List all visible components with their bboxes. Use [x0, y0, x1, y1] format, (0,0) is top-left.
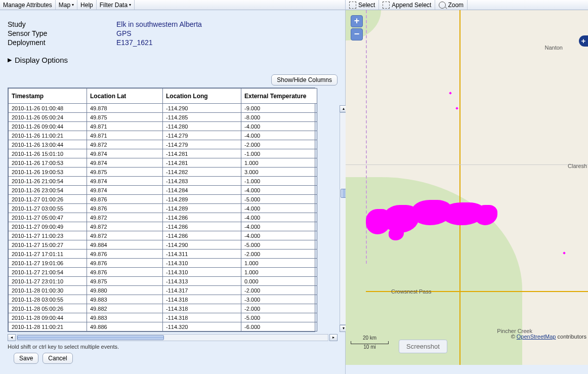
cell-ts: 2010-11-26 21:00:54 [9, 177, 87, 186]
table-row[interactable]: 2010-11-26 19:00:5349.875-114.2823.000 [9, 168, 317, 177]
cell-lat: 49.880 [87, 286, 163, 295]
data-point-cluster[interactable] [366, 200, 497, 240]
display-options-toggle[interactable]: ▶Display Options [8, 56, 338, 64]
table-row[interactable]: 2010-11-28 11:00:2149.886-114.320-6.000 [9, 322, 317, 331]
tool-select[interactable]: Select [346, 0, 379, 10]
table-row[interactable]: 2010-11-27 19:01:0649.876-114.3101.000 [9, 259, 317, 268]
sensor-value[interactable]: GPS [116, 29, 132, 37]
cell-ts: 2010-11-26 19:00:53 [9, 168, 87, 177]
table-row[interactable]: 2010-11-27 05:00:4749.872-114.286-4.000 [9, 213, 317, 222]
cell-lon: -114.310 [163, 268, 241, 277]
table-row[interactable]: 2010-11-26 11:00:2149.871-114.279-4.000 [9, 131, 317, 140]
table-row[interactable]: 2010-11-27 09:00:4949.872-114.286-4.000 [9, 222, 317, 231]
table-row[interactable]: 2010-11-26 17:00:5349.874-114.2811.000 [9, 158, 317, 168]
zoom-out-button[interactable]: − [351, 28, 363, 40]
map-label-nanton: Nanton [545, 45, 563, 51]
menu-filter-data[interactable]: Filter Data▾ [97, 0, 135, 10]
cell-lon: -114.280 [163, 122, 241, 131]
zoom-icon [439, 2, 446, 9]
tool-append-select[interactable]: Append Select [379, 0, 435, 10]
cell-ts: 2010-11-27 17:01:11 [9, 250, 87, 259]
table-row[interactable]: 2010-11-27 11:00:2349.872-114.286-4.000 [9, 231, 317, 240]
cell-lon: -114.290 [163, 104, 241, 113]
cell-temp: -5.000 [241, 195, 317, 204]
data-table: Timestamp Location Lat Location Long Ext… [8, 88, 317, 331]
cell-temp: 0.000 [241, 277, 317, 286]
cell-temp: -4.000 [241, 231, 317, 240]
deployment-value[interactable]: E137_1621 [116, 38, 153, 47]
cell-ts: 2010-11-27 03:00:55 [9, 204, 87, 213]
show-hide-columns-button[interactable]: Show/Hide Columns [271, 74, 338, 86]
cancel-button[interactable]: Cancel [43, 353, 72, 364]
cell-lon: -114.279 [163, 140, 241, 149]
table-row[interactable]: 2010-11-26 01:00:4849.878-114.290-9.000 [9, 104, 317, 113]
zoom-in-button[interactable]: + [351, 15, 363, 27]
tool-zoom[interactable]: Zoom [435, 0, 468, 10]
sensor-label: Sensor Type [8, 29, 116, 37]
cell-lat: 49.874 [87, 186, 163, 195]
table-row[interactable]: 2010-11-28 03:00:5549.883-114.318-3.000 [9, 295, 317, 304]
cell-lat: 49.875 [87, 168, 163, 177]
table-row[interactable]: 2010-11-27 17:01:1149.876-114.311-2.000 [9, 250, 317, 259]
cell-ts: 2010-11-26 13:00:44 [9, 140, 87, 149]
cell-lon: -114.281 [163, 158, 241, 168]
menu-help[interactable]: Help [77, 0, 97, 10]
col-header-lat[interactable]: Location Lat [87, 89, 163, 104]
save-button[interactable]: Save [14, 353, 38, 364]
tool-select-label: Select [358, 2, 375, 9]
cell-lat: 49.871 [87, 122, 163, 131]
table-row[interactable]: 2010-11-26 23:00:5449.874-114.284-4.000 [9, 186, 317, 195]
deployment-label: Deployment [8, 38, 116, 47]
cell-lat: 49.884 [87, 240, 163, 250]
cell-ts: 2010-11-26 09:00:44 [9, 122, 87, 131]
table-row[interactable]: 2010-11-27 03:00:5549.876-114.289-4.000 [9, 204, 317, 213]
osm-link[interactable]: OpenStreetMap [517, 334, 556, 340]
map-canvas[interactable]: Nanton Claresh Crowsnest Pass Pincher Cr… [346, 10, 588, 365]
cell-temp: 1.000 [241, 268, 317, 277]
table-row[interactable]: 2010-11-27 23:01:1049.875-114.3130.000 [9, 277, 317, 286]
col-header-lon[interactable]: Location Long [163, 89, 241, 104]
table-row[interactable]: 2010-11-28 09:00:4449.883-114.318-5.000 [9, 313, 317, 322]
col-header-timestamp[interactable]: Timestamp [9, 89, 87, 104]
cell-lon: -114.318 [163, 295, 241, 304]
table-row[interactable]: 2010-11-26 13:00:4449.872-114.279-2.000 [9, 140, 317, 149]
select-icon [349, 2, 356, 9]
screenshot-button[interactable]: Screenshot [399, 340, 447, 353]
cell-ts: 2010-11-27 23:01:10 [9, 277, 87, 286]
table-row[interactable]: 2010-11-26 21:00:5449.874-114.283-1.000 [9, 177, 317, 186]
col-header-temp[interactable]: External Temperature [241, 89, 317, 104]
cell-lat: 49.876 [87, 250, 163, 259]
menu-filter-data-label: Filter Data [100, 2, 128, 9]
cell-lat: 49.882 [87, 304, 163, 313]
table-row[interactable]: 2010-11-27 15:00:2749.884-114.290-5.000 [9, 240, 317, 250]
cell-ts: 2010-11-28 01:00:30 [9, 286, 87, 295]
table-row[interactable]: 2010-11-28 05:00:2649.882-114.318-2.000 [9, 304, 317, 313]
table-row[interactable]: 2010-11-27 21:00:5449.876-114.3101.000 [9, 268, 317, 277]
cell-ts: 2010-11-27 01:00:26 [9, 195, 87, 204]
table-row[interactable]: 2010-11-27 01:00:2649.876-114.289-5.000 [9, 195, 317, 204]
cell-lat: 49.876 [87, 268, 163, 277]
table-row[interactable]: 2010-11-28 01:00:3049.880-114.317-2.000 [9, 286, 317, 295]
table-row[interactable]: 2010-11-26 15:01:1049.874-114.281-1.000 [9, 149, 317, 158]
table-row[interactable]: 2010-11-26 05:00:2449.875-114.285-8.000 [9, 113, 317, 122]
study-value[interactable]: Elk in southwestern Alberta [116, 20, 202, 28]
table-row[interactable]: 2010-11-26 09:00:4449.871-114.280-4.000 [9, 122, 317, 131]
cell-lat: 49.872 [87, 140, 163, 149]
cell-ts: 2010-11-28 11:00:21 [9, 322, 87, 331]
scroll-left-button[interactable]: ◂ [8, 334, 16, 341]
expand-layers-button[interactable]: + [579, 35, 588, 47]
cell-ts: 2010-11-27 15:00:27 [9, 240, 87, 250]
scale-km: 20 km [351, 335, 389, 341]
menu-manage-attributes[interactable]: Manage Attributes [0, 0, 56, 10]
cell-ts: 2010-11-28 05:00:26 [9, 304, 87, 313]
map-toolbar: Select Append Select Zoom [346, 0, 588, 10]
cell-temp: -2.000 [241, 250, 317, 259]
tool-zoom-label: Zoom [448, 2, 464, 9]
chevron-down-icon: ▾ [129, 3, 131, 7]
menu-map[interactable]: Map▾ [56, 0, 77, 10]
cell-ts: 2010-11-27 05:00:47 [9, 213, 87, 222]
scroll-thumb-h[interactable] [17, 335, 164, 340]
scroll-right-button[interactable]: ▸ [329, 334, 338, 341]
cell-ts: 2010-11-26 05:00:24 [9, 113, 87, 122]
scroll-track-h[interactable] [17, 334, 328, 341]
